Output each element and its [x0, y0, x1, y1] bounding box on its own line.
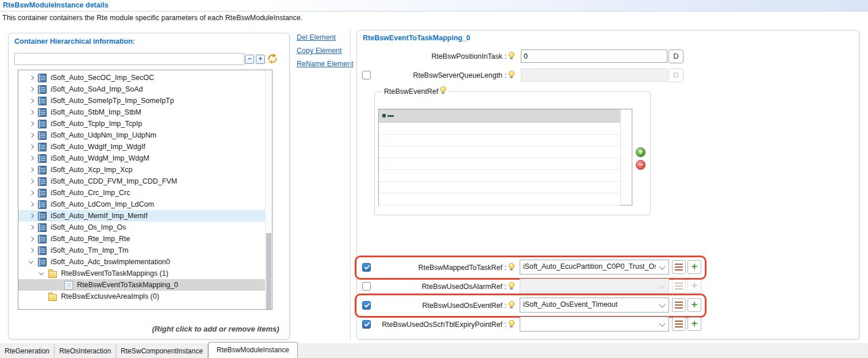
tree-item[interactable]: iSoft_Auto_MemIf_Imp_MemIf [18, 210, 272, 222]
reference-dropdown[interactable] [520, 317, 669, 332]
tree-scrollbar-track[interactable] [265, 70, 272, 309]
chevron-down-icon[interactable] [659, 282, 665, 288]
event-ref-table-row[interactable] [379, 123, 620, 135]
bottom-tab-bar: RteGeneration RteOsInteraction RteSwComp… [0, 344, 868, 358]
tree-node-icon [38, 177, 47, 186]
event-ref-table-scroll-column [620, 109, 632, 205]
tree-expand-chevron-icon[interactable] [28, 154, 36, 162]
tree-item-label: iSoft_Auto_WdgM_Imp_WdgM [50, 154, 149, 162]
container-hierarchy-panel: Container Hierarchical information: − + … [8, 33, 290, 340]
browse-list-button[interactable] [672, 298, 686, 312]
tree-item[interactable]: iSoft_Auto_SecOC_Imp_SecOC [18, 72, 272, 83]
bottom-tab[interactable]: RteBswModuleInstance [208, 342, 298, 358]
tree-expand-chevron-icon[interactable] [28, 189, 36, 197]
event-ref-table-row[interactable] [379, 182, 620, 194]
bottom-tab[interactable]: RteGeneration [0, 344, 55, 358]
tree-item[interactable]: iSoft_Auto_LdCom_Imp_LdCom [18, 199, 272, 210]
bottom-tab[interactable]: RteOsInteraction [55, 344, 116, 358]
tree-search-input[interactable] [14, 53, 244, 65]
add-reference-button[interactable] [688, 279, 701, 293]
tree-expand-chevron-icon[interactable] [28, 235, 36, 243]
tree-expand-chevron-icon[interactable] [54, 281, 62, 289]
element-action-link[interactable]: Del Element [297, 33, 354, 41]
tree-node-icon [38, 246, 47, 255]
tree-expand-chevron-icon[interactable] [28, 97, 36, 105]
tree-expand-chevron-icon[interactable] [28, 258, 36, 266]
add-reference-button[interactable] [688, 298, 701, 312]
tree-item[interactable]: RteBswEventToTaskMappings (1) [18, 268, 272, 279]
chevron-down-icon[interactable] [659, 320, 665, 326]
tree-item[interactable]: iSoft_Auto_Os_Imp_Os [18, 222, 272, 233]
expand-all-icon[interactable]: + [256, 55, 265, 64]
tree-item[interactable]: iSoft_Auto_Adc_bswImplementation0 [18, 256, 272, 268]
browse-list-button[interactable] [672, 260, 686, 274]
add-reference-button[interactable] [688, 260, 701, 274]
tree-item[interactable]: iSoft_Auto_Rte_Imp_Rte [18, 233, 272, 245]
reference-dropdown[interactable] [520, 279, 669, 294]
add-reference-button[interactable] [688, 317, 701, 331]
tree-item[interactable]: RteBswExclusiveAreaImpls (0) [18, 291, 272, 302]
event-ref-table-row[interactable] [379, 135, 620, 147]
tree-expand-chevron-icon[interactable] [28, 223, 36, 231]
tree-item[interactable]: iSoft_Auto_UdpNm_Imp_UdpNm [18, 130, 272, 141]
tree-expand-chevron-icon[interactable] [28, 212, 36, 220]
add-event-ref-button[interactable]: + [636, 147, 646, 157]
collapse-all-icon[interactable]: − [245, 55, 254, 64]
element-action-link[interactable]: Copy Element [297, 47, 354, 55]
default-value-button[interactable]: D [669, 49, 683, 63]
tree-expand-chevron-icon[interactable] [38, 269, 46, 277]
tree-item[interactable]: iSoft_Auto_WdgIf_Imp_WdgIf [18, 141, 272, 153]
tree-expand-chevron-icon[interactable] [28, 74, 36, 82]
tree-item[interactable]: iSoft_Auto_StbM_Imp_StbM [18, 106, 272, 118]
tree-item-label: iSoft_Auto_SomeIpTp_Imp_SomeIpTp [50, 97, 174, 105]
event-ref-table-row[interactable] [379, 193, 620, 205]
tree-expand-chevron-icon[interactable] [28, 246, 36, 254]
tree-expand-chevron-icon[interactable] [28, 200, 36, 208]
tree-item[interactable]: iSoft_Auto_SoAd_Imp_SoAd [18, 83, 272, 95]
tree-expand-chevron-icon[interactable] [28, 131, 36, 139]
tree-item[interactable]: iSoft_Auto_Tm_Imp_Tm [18, 245, 272, 256]
tree-expand-chevron-icon[interactable] [28, 143, 36, 151]
dropdown-value: iSoft_Auto_OsEvent_Timeout [523, 300, 656, 309]
tree-item[interactable]: iSoft_Auto_TcpIp_Imp_TcpIp [18, 118, 272, 130]
browse-list-button[interactable] [672, 317, 686, 331]
tree-item-label: iSoft_Auto_TcpIp_Imp_TcpIp [50, 120, 142, 128]
tree-expand-chevron-icon[interactable] [28, 85, 36, 93]
tree-item-label: iSoft_Auto_WdgIf_Imp_WdgIf [50, 143, 145, 151]
tree-item-label: iSoft_Auto_Rte_Imp_Rte [50, 235, 130, 243]
refresh-icon[interactable] [267, 53, 278, 64]
event-ref-table-row[interactable] [379, 170, 620, 182]
tree-item[interactable]: iSoft_Auto_Xcp_Imp_Xcp [18, 164, 272, 176]
tree-item-label: iSoft_Auto_StbM_Imp_StbM [50, 108, 141, 116]
bottom-tab[interactable]: RteSwComponentInstance [116, 344, 208, 358]
chevron-down-icon[interactable] [659, 263, 665, 269]
browse-list-button[interactable] [672, 279, 686, 293]
tree-expand-chevron-icon[interactable] [28, 177, 36, 185]
event-ref-table-header[interactable] [379, 109, 620, 123]
tree-item[interactable]: iSoft_Auto_WdgM_Imp_WdgM [18, 153, 272, 164]
tree-expand-chevron-icon[interactable] [38, 292, 46, 300]
tree-item[interactable]: iSoft_Auto_Crc_Imp_Crc [18, 187, 272, 199]
reference-dropdown[interactable]: iSoft_Auto_OsEvent_Timeout [520, 298, 669, 313]
tree-scrollbar-thumb[interactable] [266, 233, 271, 309]
chevron-down-icon[interactable] [659, 301, 665, 307]
position-in-task-input[interactable] [521, 49, 667, 63]
reference-dropdown[interactable]: iSoft_Auto_EcucPartition_C0P0_Trust_OsTa… [520, 260, 669, 275]
tree-node-icon [38, 74, 47, 82]
tree-expand-chevron-icon[interactable] [28, 166, 36, 174]
tree-expand-chevron-icon[interactable] [28, 120, 36, 128]
tree-expand-chevron-icon[interactable] [28, 108, 36, 116]
tree-item[interactable]: iSoft_Auto_SomeIpTp_Imp_SomeIpTp [18, 95, 272, 106]
event-ref-table-row[interactable] [379, 158, 620, 170]
tree-node-icon [38, 120, 47, 128]
tree-node-icon [38, 108, 47, 117]
default-value-button-disabled: D [669, 68, 683, 82]
element-action-link[interactable]: ReName Element [297, 60, 354, 68]
tree-node-icon [38, 85, 47, 94]
tree-node-icon [38, 235, 47, 243]
server-queue-length-label: RteBswServerQueueLength : [368, 71, 506, 79]
tree-item[interactable]: RteBswEventToTaskMapping_0 [18, 279, 272, 291]
event-ref-table-row[interactable] [379, 146, 620, 158]
tree-item[interactable]: iSoft_Auto_CDD_FVM_Imp_CDD_FVM [18, 176, 272, 187]
remove-event-ref-button[interactable]: − [636, 160, 646, 170]
